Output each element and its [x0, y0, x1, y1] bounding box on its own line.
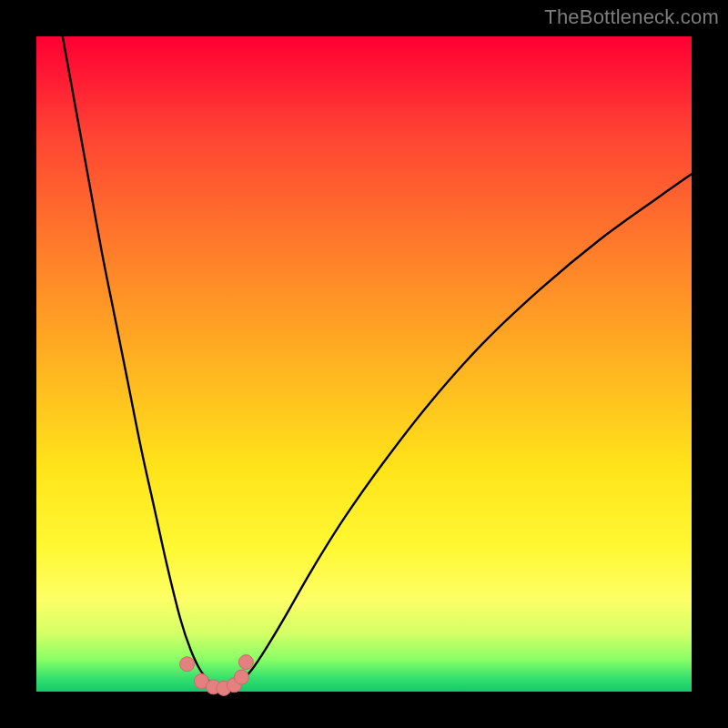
series-left-branch	[63, 36, 217, 687]
curve-left-branch	[63, 36, 217, 687]
valley-marker-5	[234, 670, 248, 684]
valley-markers	[180, 655, 254, 696]
plot-area	[36, 36, 692, 692]
chart-frame: TheBottleneck.com	[0, 0, 728, 728]
watermark-text: TheBottleneck.com	[544, 5, 719, 29]
series-right-branch	[233, 174, 692, 687]
valley-marker-6	[238, 655, 253, 670]
valley-marker-0	[180, 657, 195, 672]
curve-right-branch	[233, 174, 692, 687]
curve-layer	[36, 36, 692, 692]
